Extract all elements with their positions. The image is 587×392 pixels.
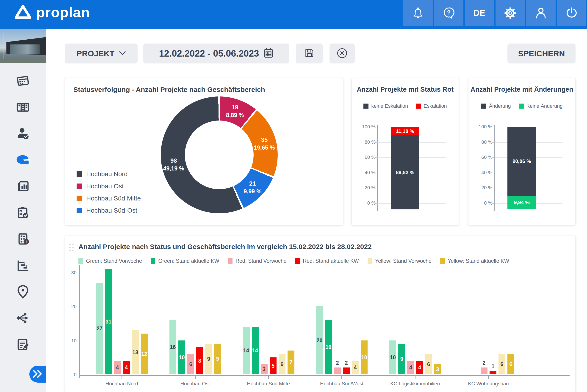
help-button[interactable]: ? bbox=[434, 0, 463, 26]
user-button[interactable] bbox=[526, 0, 555, 26]
sidebar-item-board[interactable] bbox=[16, 100, 30, 115]
bar: 1 bbox=[490, 371, 496, 374]
bar-value-label: 9 bbox=[207, 356, 210, 362]
power-icon bbox=[565, 7, 578, 20]
bar: 6 bbox=[425, 354, 432, 374]
bar: 31 bbox=[105, 269, 112, 374]
sidebar-item-workflow[interactable] bbox=[16, 311, 30, 326]
sidebar-expand-button[interactable] bbox=[29, 366, 46, 382]
bar-value-label: 9 bbox=[216, 356, 219, 362]
sidebar-item-resources[interactable] bbox=[16, 126, 30, 141]
bar-slot: 14 bbox=[243, 327, 250, 374]
bar-value-label: 14 bbox=[252, 348, 258, 354]
app-logo: proplan bbox=[15, 4, 90, 20]
sidebar-item-schedule[interactable] bbox=[16, 258, 30, 273]
bar-value-label: 2 bbox=[345, 360, 348, 366]
bar-slot: 1 bbox=[490, 371, 496, 374]
card-comparison: Anzahl Projekte nach Status und Geschäft… bbox=[65, 236, 575, 392]
chevron-down-icon bbox=[119, 51, 126, 56]
settings-button[interactable] bbox=[495, 0, 525, 26]
header-actions: ? DE bbox=[403, 0, 586, 26]
bar: 14 bbox=[252, 327, 259, 374]
bar-slot: 4 bbox=[123, 361, 130, 374]
bar-value-label: 4 bbox=[418, 364, 421, 371]
bar-value-label: 10 bbox=[390, 354, 396, 360]
bar-slot: 3 bbox=[434, 364, 441, 374]
user-icon bbox=[534, 7, 547, 20]
building-photo bbox=[0, 29, 46, 63]
bar: 27 bbox=[96, 283, 103, 374]
sidebar-item-locations[interactable] bbox=[16, 284, 30, 299]
bar: 9 bbox=[398, 344, 405, 374]
donut-segment-label: 219,99 % bbox=[244, 180, 262, 195]
bar-slot: 16 bbox=[325, 320, 332, 374]
clear-filter-button[interactable] bbox=[330, 44, 355, 64]
bar-value-label: 10 bbox=[179, 354, 185, 360]
bar-slot: 6 bbox=[507, 354, 514, 374]
speichern-label: SPEICHERN bbox=[518, 49, 565, 58]
floppy-save-icon bbox=[304, 48, 315, 59]
bar-value-label: 31 bbox=[106, 319, 111, 325]
bar: 6 bbox=[278, 354, 285, 374]
bar-value-label: 6 bbox=[501, 361, 503, 367]
bar-value-label: 9 bbox=[400, 356, 403, 362]
bar-value-label: 4 bbox=[125, 364, 128, 371]
bar-value-label: 8 bbox=[198, 358, 201, 364]
y-axis-tick: 20 % bbox=[356, 185, 376, 190]
y-axis-tick: 20 % bbox=[473, 185, 492, 190]
bar-slot: 14 bbox=[252, 327, 259, 374]
date-range-picker[interactable]: 12.02.2022 - 05.06.2023 bbox=[143, 44, 289, 64]
notifications-button[interactable] bbox=[403, 0, 433, 26]
svg-text:?: ? bbox=[447, 9, 451, 16]
clipboard-check-icon bbox=[16, 206, 30, 220]
bar: 13 bbox=[132, 330, 139, 374]
bar: 6 bbox=[187, 354, 194, 374]
bar-group: 2166 bbox=[463, 354, 514, 374]
bar: 12 bbox=[141, 334, 148, 374]
bar: 3 bbox=[261, 364, 267, 374]
logout-button[interactable] bbox=[557, 0, 586, 26]
sidebar-item-project-info[interactable]: i bbox=[16, 232, 30, 246]
bar: 9 bbox=[214, 344, 221, 374]
donut-chart: 198,89 %3519,65 %219,99 %9849,19 % bbox=[161, 96, 278, 213]
bar-slot: 2 bbox=[334, 368, 341, 374]
bar: 2 bbox=[334, 368, 341, 374]
y-axis-tick: 60 % bbox=[473, 154, 492, 160]
sidebar-item-reports[interactable] bbox=[16, 179, 30, 194]
dashboard-main: PROJEKT 12.02.2022 - 05.06.2023 SPEICHER… bbox=[46, 29, 587, 392]
project-dropdown[interactable]: PROJEKT bbox=[65, 44, 138, 64]
stacked-bar: 88,82 %11,18 % bbox=[391, 127, 419, 210]
sidebar-item-status-reports[interactable] bbox=[16, 153, 30, 168]
bar-slot: 12 bbox=[141, 334, 148, 374]
bar-value-label: 14 bbox=[243, 348, 249, 354]
card-status-rot: Anzahl Projekte mit Status Rot keine Esk… bbox=[352, 78, 459, 225]
save-view-button[interactable] bbox=[296, 44, 323, 64]
category-label: KC Wohnungsbau bbox=[454, 381, 523, 387]
proplan-dashboard: proplan ? bbox=[0, 0, 587, 392]
document-info-icon: i bbox=[16, 232, 30, 247]
bar-slot: 6 bbox=[278, 354, 285, 374]
bar-slot: 2 bbox=[481, 368, 487, 374]
sidebar-item-approvals[interactable] bbox=[16, 206, 30, 220]
sidebar-item-calendar[interactable] bbox=[16, 74, 30, 88]
bar-group: 16106899 bbox=[169, 320, 221, 374]
bar-value-label: 6 bbox=[189, 361, 192, 367]
legend-item: Hochbau Nord bbox=[77, 170, 141, 178]
bar: 16 bbox=[169, 320, 176, 374]
bar-value-label: 4 bbox=[354, 364, 357, 371]
bar-chart-card-icon bbox=[16, 179, 30, 194]
map-pin-icon bbox=[16, 284, 30, 300]
bar-slot: 4 bbox=[416, 361, 423, 374]
bar-segment: 88,82 % bbox=[391, 136, 419, 210]
bar: 6 bbox=[507, 354, 514, 374]
y-axis-tick: 0 % bbox=[473, 200, 492, 206]
bar-value-label: 6 bbox=[427, 361, 430, 367]
bar: 6 bbox=[498, 354, 505, 374]
language-button[interactable]: DE bbox=[465, 0, 494, 26]
sidebar-item-notes[interactable] bbox=[16, 337, 30, 352]
bar-slot: 10 bbox=[178, 340, 185, 374]
speichern-button[interactable]: SPEICHERN bbox=[507, 44, 575, 64]
bar-group: 1094463 bbox=[389, 340, 441, 374]
bar-value-label: 3 bbox=[436, 366, 439, 372]
bar-value-label: 3 bbox=[262, 366, 265, 372]
